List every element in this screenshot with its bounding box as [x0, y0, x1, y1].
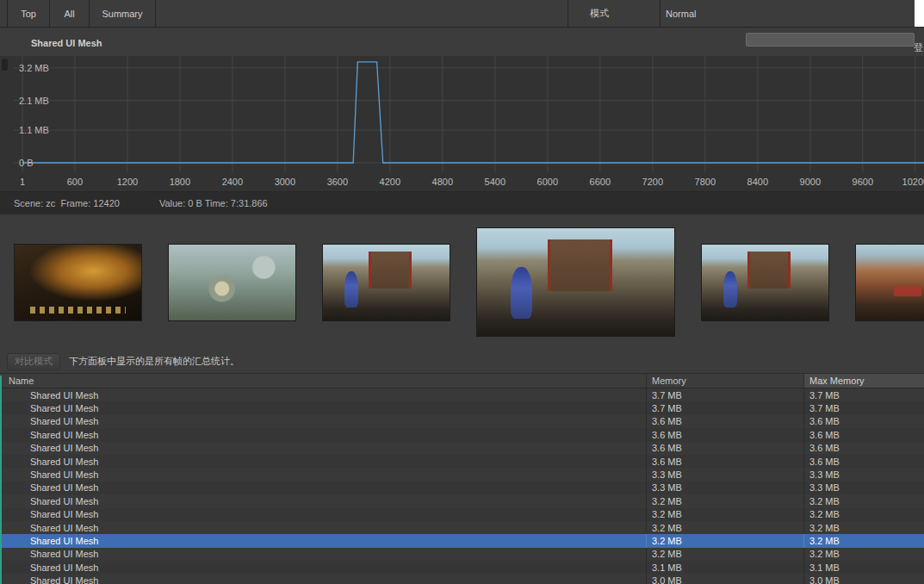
table-row[interactable]: Shared UI Mesh 3.6 MB 3.6 MB: [0, 428, 924, 441]
row-memory: 3.6 MB: [646, 428, 803, 441]
table-row[interactable]: Shared UI Mesh 3.2 MB 3.2 MB: [0, 494, 924, 507]
frame-thumbnail[interactable]: [14, 244, 142, 321]
chart-x-tick-label: 4800: [432, 177, 453, 187]
top-right-dropdown[interactable]: [746, 33, 915, 47]
profiler-window: Top All Summary 模式 Normal Shared UI Mesh…: [0, 0, 924, 584]
chart-x-tick-label: 10200: [902, 177, 924, 187]
table-row[interactable]: Shared UI Mesh 3.3 MB 3.3 MB: [0, 481, 924, 494]
chart-x-tick-label: 8400: [747, 177, 768, 187]
column-header-max-memory[interactable]: Max Memory: [803, 374, 924, 388]
column-header-memory[interactable]: Memory: [646, 374, 803, 388]
row-memory: 3.6 MB: [646, 442, 803, 455]
chart-x-tick-label: 7800: [695, 177, 716, 187]
view-tabs: Top All Summary: [7, 0, 156, 27]
row-name: Shared UI Mesh: [0, 468, 646, 481]
row-memory: 3.0 MB: [646, 574, 803, 584]
row-name: Shared UI Mesh: [0, 574, 646, 584]
table-row[interactable]: Shared UI Mesh 3.2 MB 3.2 MB: [0, 548, 924, 561]
frame-thumbnail-selected[interactable]: [476, 227, 675, 337]
row-max-memory: 3.2 MB: [803, 508, 924, 521]
row-max-memory: 3.2 MB: [803, 548, 924, 561]
chart-x-tick-label: 9600: [853, 177, 873, 187]
column-header-name[interactable]: Name: [0, 374, 646, 388]
frame-thumbnail[interactable]: [322, 244, 450, 321]
row-max-memory: 3.7 MB: [803, 401, 924, 414]
chart-x-axis: 1600120018002400300036004200480054006000…: [0, 172, 924, 192]
table-row[interactable]: Shared UI Mesh 3.6 MB 3.6 MB: [0, 415, 924, 428]
row-name: Shared UI Mesh: [0, 481, 646, 494]
table-row[interactable]: Shared UI Mesh 3.7 MB 3.7 MB: [0, 401, 924, 414]
chart-x-tick-label: 7200: [642, 177, 663, 187]
chart-x-tick-label: 9000: [800, 177, 821, 187]
status-bar: Scene: zc Frame: 12420 Value: 0 B Time: …: [0, 192, 924, 214]
chart-x-tick-label: 1200: [117, 177, 138, 187]
tab-summary[interactable]: Summary: [90, 0, 156, 27]
chart-x-tick-label: 5400: [485, 177, 505, 187]
tab-all[interactable]: All: [50, 0, 90, 27]
chart-x-tick-label: 3000: [275, 177, 295, 187]
row-name: Shared UI Mesh: [0, 548, 646, 561]
toolbar-right-gap: [915, 0, 924, 27]
mode-dropdown[interactable]: Normal: [660, 0, 915, 27]
frame-thumbnail[interactable]: [855, 244, 924, 321]
row-name: Shared UI Mesh: [0, 508, 646, 521]
table-row[interactable]: Shared UI Mesh 3.2 MB 3.2 MB: [0, 534, 924, 547]
table-row[interactable]: Shared UI Mesh 3.6 MB 3.6 MB: [0, 455, 924, 468]
frame-thumbnail[interactable]: [701, 244, 829, 321]
memory-chart[interactable]: 3.2 MB2.1 MB1.1 MB0 B: [0, 56, 924, 172]
row-max-memory: 3.3 MB: [803, 468, 924, 481]
table-row[interactable]: Shared UI Mesh 3.3 MB 3.3 MB: [0, 468, 924, 481]
memory-table-body: Shared UI Mesh 3.7 MB 3.7 MB Shared UI M…: [0, 388, 924, 584]
row-memory: 3.7 MB: [646, 388, 803, 401]
row-max-memory: 3.6 MB: [803, 442, 924, 455]
table-row[interactable]: Shared UI Mesh 3.2 MB 3.2 MB: [0, 508, 924, 521]
chart-x-tick-label: 600: [67, 177, 83, 187]
row-max-memory: 3.2 MB: [803, 494, 924, 507]
compare-row: 对比模式 下方面板中显示的是所有帧的汇总统计。: [0, 350, 924, 373]
row-memory: 3.6 MB: [646, 415, 803, 428]
row-memory: 3.2 MB: [646, 521, 803, 534]
scene-frame-label: Scene: zc Frame: 12420: [14, 198, 120, 208]
row-name: Shared UI Mesh: [0, 455, 646, 468]
row-name: Shared UI Mesh: [0, 428, 646, 441]
row-max-memory: 3.6 MB: [803, 415, 924, 428]
row-name: Shared UI Mesh: [0, 534, 646, 547]
row-name: Shared UI Mesh: [0, 521, 646, 534]
chart-y-tick-label: 1.1 MB: [19, 125, 49, 135]
row-memory: 3.2 MB: [646, 494, 803, 507]
row-name: Shared UI Mesh: [0, 494, 646, 507]
chart-x-tick-label: 1: [20, 177, 25, 187]
table-row[interactable]: Shared UI Mesh 3.7 MB 3.7 MB: [0, 388, 924, 401]
chart-x-tick-label: 6000: [537, 177, 558, 187]
chart-x-tick-label: 6600: [590, 177, 611, 187]
row-max-memory: 3.7 MB: [803, 388, 924, 401]
frame-filmstrip: [0, 214, 924, 350]
chart-y-tick-label: 2.1 MB: [19, 96, 49, 106]
tab-top[interactable]: Top: [8, 0, 50, 27]
memory-table: Name Memory Max Memory Shared UI Mesh 3.…: [0, 373, 924, 584]
top-toolbar: Top All Summary 模式 Normal: [0, 0, 924, 28]
chart-scrollbar-thumb[interactable]: [2, 59, 8, 71]
row-memory: 3.1 MB: [646, 561, 803, 574]
row-name: Shared UI Mesh: [0, 561, 646, 574]
table-row[interactable]: Shared UI Mesh 3.2 MB 3.2 MB: [0, 521, 924, 534]
row-name: Shared UI Mesh: [0, 401, 646, 414]
row-name: Shared UI Mesh: [0, 388, 646, 401]
row-name: Shared UI Mesh: [0, 442, 646, 455]
row-memory: 3.6 MB: [646, 455, 803, 468]
toolbar-spacer: [156, 0, 567, 27]
table-row[interactable]: Shared UI Mesh 3.6 MB 3.6 MB: [0, 442, 924, 455]
row-max-memory: 3.2 MB: [803, 534, 924, 547]
mode-label: 模式: [567, 0, 660, 27]
chart-x-tick-label: 1800: [170, 177, 190, 187]
row-max-memory: 3.6 MB: [803, 428, 924, 441]
row-name: Shared UI Mesh: [0, 415, 646, 428]
row-memory: 3.3 MB: [646, 468, 803, 481]
table-row[interactable]: Shared UI Mesh 3.1 MB 3.1 MB: [0, 561, 924, 574]
compare-mode-button[interactable]: 对比模式: [7, 353, 60, 370]
table-row[interactable]: Shared UI Mesh 3.0 MB 3.0 MB: [0, 574, 924, 584]
value-time-label: Value: 0 B Time: 7:31.866: [159, 198, 268, 208]
cutoff-button-label[interactable]: 登: [914, 41, 923, 54]
row-max-memory: 3.3 MB: [803, 481, 924, 494]
frame-thumbnail[interactable]: [168, 244, 296, 321]
